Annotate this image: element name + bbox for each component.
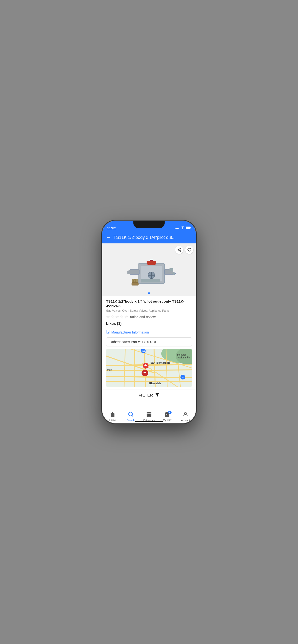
star-3[interactable]: ☆ [115, 314, 119, 320]
home-indicator [135, 421, 163, 422]
svg-line-66 [132, 416, 133, 416]
star-2[interactable]: ☆ [111, 314, 114, 320]
back-button[interactable]: ← [106, 234, 111, 240]
svg-point-22 [180, 248, 181, 249]
svg-rect-14 [169, 268, 173, 271]
svg-rect-9 [130, 269, 139, 274]
star-5[interactable]: ☆ [124, 314, 128, 320]
product-image-area [102, 244, 196, 296]
filter-bar[interactable]: FILTER [102, 390, 196, 400]
svg-rect-67 [146, 412, 148, 413]
part-number-box: Robertshaw's Part #: 1720-010 [106, 337, 192, 346]
svg-line-25 [179, 250, 180, 251]
page-title: TS11K 1/2"body x 1/4"pilot out... [113, 235, 192, 240]
battery-icon [186, 226, 191, 230]
svg-text:10: 10 [182, 376, 184, 378]
manufacturer-link-text: Manufacturer Information [111, 330, 149, 334]
nav-cart-label: My Cart [163, 419, 172, 422]
svg-point-77 [185, 412, 186, 414]
svg-text:Bernardino: Bernardino [157, 361, 171, 364]
home-icon [110, 412, 115, 418]
star-4[interactable]: ☆ [120, 314, 123, 320]
svg-rect-72 [150, 414, 152, 415]
rating-text: rating and review [130, 315, 156, 319]
manufacturer-section: Manufacturer Information [102, 329, 196, 337]
svg-rect-74 [148, 415, 150, 417]
svg-rect-1 [186, 227, 190, 229]
svg-rect-28 [107, 330, 109, 331]
svg-marker-63 [155, 393, 159, 396]
phone-screen: 11:02 ▪▪▪▪ [102, 221, 196, 423]
svg-rect-69 [150, 412, 152, 413]
status-icons: ▪▪▪▪ [175, 226, 191, 230]
likes-row: Likes (1) [106, 322, 192, 326]
svg-text:National Fo: National Fo [178, 356, 190, 359]
part-number-text: Robertshaw's Part #: 1720-010 [110, 340, 156, 344]
dot-active [148, 292, 150, 294]
svg-rect-2 [191, 227, 191, 228]
image-dots [148, 292, 150, 294]
notch [133, 221, 165, 228]
star-rating[interactable]: ☆ ☆ ☆ ☆ ☆ [106, 314, 128, 320]
page-header: ← TS11K 1/2"body x 1/4"pilot out... [102, 232, 196, 244]
svg-text:tario: tario [107, 369, 112, 371]
categories-icon [146, 411, 152, 418]
svg-line-39 [134, 349, 135, 387]
svg-point-0 [182, 229, 183, 229]
svg-rect-8 [150, 260, 153, 261]
product-image-svg [118, 248, 180, 292]
svg-point-65 [129, 412, 132, 416]
signal-icon: ▪▪▪▪ [175, 227, 180, 230]
manufacturer-link[interactable]: Manufacturer Information [106, 330, 192, 335]
svg-rect-71 [148, 414, 150, 415]
svg-rect-75 [150, 415, 152, 417]
share-button[interactable] [175, 246, 183, 254]
svg-rect-73 [146, 415, 148, 417]
status-time: 11:02 [107, 226, 116, 230]
svg-point-24 [180, 250, 181, 252]
filter-icon [155, 393, 159, 398]
phone-frame: 11:02 ▪▪▪▪ [102, 221, 196, 423]
svg-text:Riverside: Riverside [149, 382, 161, 385]
map-svg: 215 10 San Bernardino Bernardi National … [106, 349, 192, 387]
svg-point-19 [134, 280, 136, 282]
star-1[interactable]: ☆ [106, 314, 110, 320]
product-category: Gas Valves, Oven Safety Valves, Applianc… [106, 309, 192, 312]
product-title: TS11K 1/2"body x 1/4"pilot outlet only T… [106, 299, 192, 308]
svg-rect-29 [107, 331, 109, 332]
cart-icon-wrapper: 0 [164, 412, 170, 418]
svg-text:215: 215 [141, 350, 145, 352]
map-container: 215 10 San Bernardino Bernardi National … [106, 349, 192, 387]
account-icon [183, 411, 188, 418]
svg-rect-20 [132, 282, 138, 285]
nav-home[interactable]: Home [103, 410, 122, 423]
content-area: TS11K 1/2"body x 1/4"pilot outlet only T… [102, 244, 196, 410]
document-icon [106, 330, 110, 335]
rating-row: ☆ ☆ ☆ ☆ ☆ rating and review [106, 314, 192, 320]
svg-rect-21 [140, 279, 160, 282]
favorite-button[interactable] [185, 246, 193, 254]
nav-home-label: Home [109, 419, 116, 422]
nav-account[interactable]: Account [176, 410, 195, 423]
nav-account-label: Account [181, 419, 190, 422]
svg-rect-30 [107, 332, 108, 333]
image-actions [175, 246, 193, 254]
svg-point-23 [178, 250, 179, 250]
filter-label: FILTER [139, 393, 153, 398]
cart-badge: 0 [168, 411, 172, 414]
svg-rect-68 [148, 412, 150, 413]
map-section[interactable]: 215 10 San Bernardino Bernardi National … [106, 349, 192, 387]
likes-count: Likes (1) [106, 322, 122, 326]
svg-line-26 [179, 249, 180, 250]
svg-rect-70 [146, 414, 148, 415]
svg-rect-7 [146, 261, 156, 264]
wifi-icon [181, 226, 185, 230]
product-info: TS11K 1/2"body x 1/4"pilot outlet only T… [102, 296, 196, 329]
nav-search-label: Search [127, 419, 135, 422]
svg-text:San: San [151, 361, 155, 364]
search-icon [128, 411, 134, 418]
svg-text:Bernardi: Bernardi [177, 354, 186, 356]
svg-marker-64 [110, 412, 115, 417]
